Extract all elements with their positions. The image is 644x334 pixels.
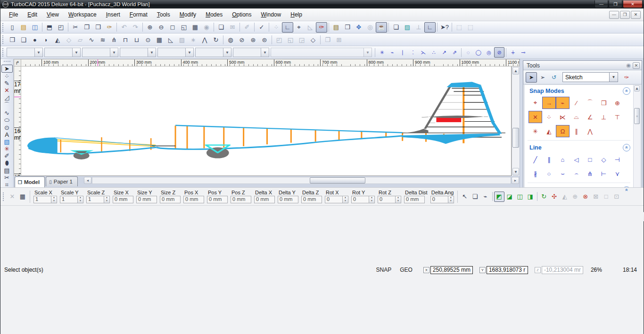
chevron-down-icon[interactable]: ▼ — [72, 48, 80, 57]
3d-revolve[interactable]: ∗ — [188, 34, 199, 45]
hatch-tool[interactable]: ▤ — [1, 167, 13, 174]
snap-mode-arc-center[interactable]: ◯ — [473, 47, 484, 58]
snap-mode-center[interactable]: ◌ — [463, 47, 473, 58]
field-value[interactable]: 1 — [33, 196, 51, 203]
deform-selector[interactable]: ◭ — [560, 192, 570, 202]
field-value[interactable]: 0 mm — [301, 196, 322, 203]
3d-view[interactable]: ❒ — [342, 22, 353, 33]
x-coordinate-value[interactable]: 250,89525 mm — [430, 266, 473, 274]
trim-tool[interactable]: ✂ — [1, 174, 13, 181]
snap-mode-concentric[interactable]: ◎ — [484, 47, 494, 58]
field-value[interactable]: 0 — [351, 196, 369, 203]
chevron-down-icon[interactable]: ▼ — [609, 73, 618, 82]
menu-item[interactable]: Workspace — [64, 10, 101, 19]
palette-select-tool[interactable]: ➤ — [526, 72, 537, 83]
toolbar-drag-handle[interactable] — [2, 48, 5, 57]
delete-tool[interactable]: ✕ — [1, 87, 13, 94]
menu-item[interactable]: Insert — [101, 10, 125, 19]
toolbar-drag-handle[interactable] — [3, 192, 5, 201]
drawing-canvas[interactable] — [21, 67, 512, 176]
select-mode-workplane[interactable]: ◪ — [504, 192, 515, 202]
print-preview[interactable]: ◰ — [55, 22, 66, 33]
spinner[interactable]: ▲▼ — [396, 196, 401, 203]
inspector-close[interactable]: ✕ — [7, 192, 17, 202]
send-drawing[interactable]: ❏ — [215, 22, 227, 33]
brush-icon[interactable]: ✑ — [621, 72, 632, 83]
3d-tank[interactable]: ⊔ — [131, 34, 142, 45]
rect-selector[interactable]: □ — [601, 192, 611, 202]
3d-taper[interactable]: ◇ — [307, 34, 319, 45]
field-value[interactable]: 1 — [60, 196, 78, 203]
workplane[interactable]: ⊥ — [413, 22, 424, 33]
snap-angle[interactable]: ⋀ — [583, 125, 597, 137]
aperture[interactable]: ⌖ — [293, 22, 305, 33]
close-button[interactable]: ✕ — [623, 0, 643, 8]
menu-item[interactable]: Edit — [23, 10, 42, 19]
boolean-add[interactable]: ⊘ — [236, 34, 248, 45]
snap-mode-off[interactable]: ⊘ — [494, 47, 504, 58]
new-drawing[interactable]: ▯ — [7, 22, 18, 33]
gradient-tool[interactable]: ▧ — [1, 138, 13, 145]
3d-mesh[interactable]: ▦ — [154, 34, 165, 45]
boolean-subtract[interactable]: ⊛ — [248, 34, 259, 45]
3d-spiral[interactable]: ↻ — [210, 34, 222, 45]
scroll-down-icon[interactable]: ▼ — [512, 168, 519, 175]
text-tool[interactable]: A — [1, 131, 13, 138]
line-polygon[interactable]: ⌂ — [556, 153, 570, 166]
snap-grid-toggle[interactable]: ⁘ — [271, 22, 282, 33]
mdi-minimize-button[interactable]: — — [609, 11, 619, 19]
property-combo-layer[interactable]: ▼ — [120, 48, 156, 57]
restore-button[interactable]: ❐ — [609, 0, 622, 8]
line-rotated-rectangle[interactable]: ◇ — [597, 153, 611, 166]
toolbar-drag-handle[interactable] — [4, 61, 10, 63]
zoom-previous[interactable]: ◉ — [201, 22, 212, 33]
close-icon[interactable]: ✕ — [633, 62, 640, 69]
scrollbar-thumb[interactable]: ≡ — [634, 108, 640, 124]
palette-sync[interactable]: ↺ — [548, 72, 560, 83]
zoom-window[interactable]: ◻ — [167, 22, 178, 33]
publish[interactable]: ✉ — [227, 22, 238, 33]
fit-array[interactable]: ⊞ — [333, 34, 345, 45]
3d-hemisphere[interactable]: ◗ — [41, 34, 52, 45]
ortho-mode[interactable]: ◺ — [305, 22, 316, 33]
menu-item[interactable]: Tools — [152, 10, 175, 19]
property-combo-pen-width[interactable]: ▼ — [82, 48, 118, 57]
group-tool[interactable]: ⬚ — [454, 22, 465, 33]
active-brush[interactable]: ✑ — [316, 22, 327, 33]
3d-surface[interactable]: ▨ — [176, 34, 188, 45]
chevron-down-icon[interactable]: ▼ — [261, 48, 269, 57]
snap-toggle[interactable]: SNAP — [372, 267, 396, 273]
zoom-in[interactable]: ⊕ — [144, 22, 156, 33]
mdi-restore-button[interactable]: ❐ — [620, 11, 630, 19]
line-tangent-two-arcs[interactable]: ⌢ — [570, 167, 583, 180]
select-by-window[interactable]: ❏ — [470, 192, 480, 202]
rotation-center[interactable]: ⊗ — [580, 192, 591, 202]
property-combo-material[interactable]: ▼ — [271, 48, 372, 57]
vertical-scrollbar[interactable]: ▲ ▼ — [512, 67, 520, 176]
3d-rotated-box[interactable]: ❑ — [18, 34, 29, 45]
snap-tool[interactable]: ⁘ — [1, 73, 13, 80]
scrollbar-thumb[interactable] — [512, 128, 519, 148]
menu-item[interactable]: Modify — [175, 10, 201, 19]
sketch-tool[interactable]: ✎ — [1, 80, 13, 87]
select-mode-facet[interactable]: ◨ — [525, 192, 536, 202]
line-irregular-polygon[interactable]: ◁ — [570, 153, 583, 166]
palette-header[interactable]: Tools ◉ ✕ — [523, 61, 642, 70]
snap-magnetic-point[interactable]: Ω — [556, 125, 570, 137]
field-value[interactable]: 0 mm — [254, 196, 275, 203]
zoom-extents[interactable]: ◱ — [178, 22, 190, 33]
horizontal-scrollbar[interactable]: ◂ ▸ — [83, 176, 520, 184]
property-combo-pen-color[interactable]: ▼ — [7, 48, 43, 57]
palette-node-edit[interactable]: ➢ — [537, 72, 548, 83]
tab-paper-1[interactable]: ▯ Paper 1 — [46, 176, 78, 186]
line-branch[interactable]: ⋎ — [611, 167, 624, 180]
coordinate-system[interactable]: ∟ — [282, 22, 293, 33]
snap-face[interactable]: ⌓ — [570, 111, 583, 123]
open-palette[interactable]: ▤ — [330, 22, 342, 33]
line-tangent-from-arc[interactable]: ⌣ — [556, 167, 570, 180]
spline-tool[interactable]: ∿ — [1, 109, 13, 117]
3d-box-tool[interactable]: ❒ — [7, 34, 18, 45]
zoom-page[interactable]: ▦ — [190, 22, 201, 33]
spinner[interactable]: ▲▼ — [78, 196, 83, 203]
collapse-icon[interactable]: » — [623, 144, 630, 151]
